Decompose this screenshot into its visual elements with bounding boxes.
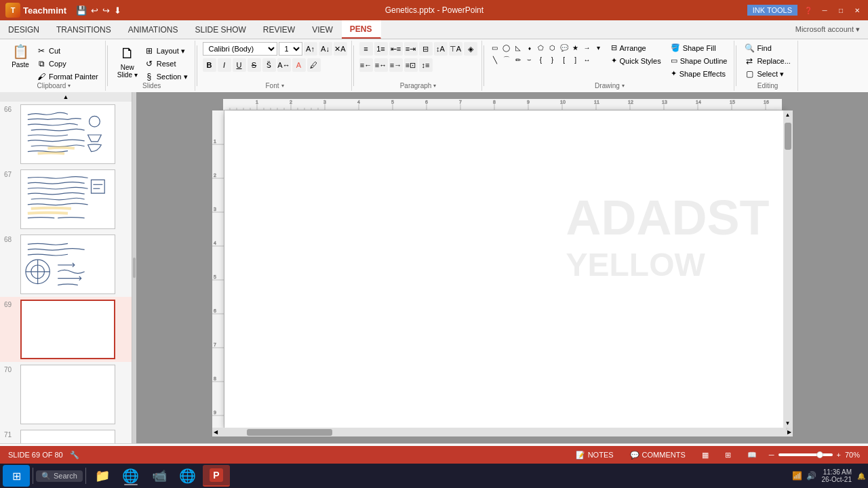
view-normal-btn[interactable]: ▦ [698, 449, 713, 461]
strikethrough-btn[interactable]: S [248, 58, 261, 72]
shape-hexagon-icon[interactable]: ⬡ [547, 42, 558, 53]
highlight-btn[interactable]: 🖊 [307, 58, 321, 72]
drawing-expand[interactable]: ▾ [622, 83, 625, 89]
paste-button[interactable]: 📋 Paste [7, 42, 34, 70]
taskbar-search[interactable]: 🔍 Search [36, 470, 83, 482]
close-btn[interactable]: ✕ [852, 5, 863, 16]
copy-button[interactable]: ⧉ Copy [34, 58, 101, 70]
shape-arrow-icon[interactable]: → [582, 42, 593, 53]
save-icon[interactable]: 💾 [76, 5, 87, 16]
shape-bracketr-icon[interactable]: } [547, 54, 558, 65]
scroll-thumb[interactable] [785, 123, 791, 150]
help-icon[interactable]: ❓ [803, 5, 814, 16]
tab-pens[interactable]: PENS [342, 20, 381, 39]
h-scroll-thumb[interactable] [247, 429, 332, 436]
shape-connector-icon[interactable]: ⌒ [501, 54, 512, 65]
minimize-btn[interactable]: ─ [819, 5, 830, 16]
view-slides-btn[interactable]: ⊞ [721, 449, 735, 461]
tab-transitions[interactable]: TRANSITIONS [48, 20, 120, 39]
right-scrollbar[interactable]: ▲ ▼ [783, 110, 793, 428]
italic-btn[interactable]: I [218, 58, 231, 72]
para-expand[interactable]: ▾ [433, 83, 436, 89]
text-direction-btn[interactable]: ↕A [434, 42, 448, 56]
accessibility-icon[interactable]: 🔧 [70, 451, 79, 460]
h-scroll-left[interactable]: ◀ [212, 428, 219, 436]
panel-scroll-up[interactable]: ▲ [0, 92, 132, 102]
cut-button[interactable]: ✂ Cut [34, 45, 101, 57]
smartart-btn[interactable]: ◈ [464, 42, 477, 56]
shape-freeform-icon[interactable]: ✏ [513, 54, 524, 65]
notes-btn[interactable]: 📝 NOTES [572, 449, 618, 461]
shape-dbl-arrow-icon[interactable]: ↔ [582, 54, 593, 65]
slide-item-70[interactable]: 70 [0, 362, 132, 427]
h-scroll-track[interactable] [219, 428, 786, 436]
numbering-btn[interactable]: 1≡ [374, 42, 388, 56]
undo-icon[interactable]: ↩ [91, 5, 98, 16]
taskbar-chrome[interactable]: 🌐 [117, 465, 144, 487]
align-left-btn[interactable]: ≡← [359, 58, 373, 72]
shape-fill-button[interactable]: 🪣 Shape Fill [668, 42, 730, 54]
quick-styles-button[interactable]: ✦ Quick Styles [608, 55, 664, 66]
zoom-plus-btn[interactable]: + [837, 451, 841, 459]
canvas-area[interactable]: 1 2 3 4 5 6 7 8 9 10 11 12 13 14 [136, 92, 868, 443]
font-color-btn[interactable]: A [292, 58, 306, 72]
zoom-bar[interactable] [778, 453, 833, 456]
arrange-button[interactable]: ⊟ Arrange [608, 42, 664, 54]
align-text-btn[interactable]: ⊤A [449, 42, 462, 56]
expand-icon[interactable]: ⬇ [114, 5, 121, 16]
shape-bracketl-icon[interactable]: { [536, 54, 547, 65]
align-right-btn[interactable]: ≡→ [389, 58, 403, 72]
shadow-btn[interactable]: S̈ [262, 58, 276, 72]
redo-icon[interactable]: ↪ [102, 5, 110, 16]
line-spacing-btn[interactable]: ↕≡ [419, 58, 433, 72]
font-size-select[interactable]: 18 [279, 42, 302, 56]
slide-item-67[interactable]: 67 [0, 167, 132, 232]
shape-oval-icon[interactable]: ◯ [501, 42, 512, 53]
scroll-down-arrow[interactable]: ▼ [784, 419, 792, 428]
network-icon[interactable]: 📶 [792, 471, 802, 481]
tab-animations[interactable]: ANIMATIONS [120, 20, 187, 39]
shape-outline-button[interactable]: ▭ Shape Outline [668, 55, 730, 66]
start-button[interactable]: ⊞ [3, 465, 30, 487]
new-slide-button[interactable]: 🗋 NewSlide ▾ [113, 42, 142, 81]
notification-icon[interactable]: 🔔 [857, 472, 865, 480]
increase-font-btn[interactable]: A↑ [304, 42, 317, 56]
scroll-track[interactable] [783, 119, 793, 419]
comments-btn[interactable]: 💬 COMMENTS [626, 449, 690, 461]
tab-review[interactable]: REVIEW [255, 20, 304, 39]
shape-bracket2-icon[interactable]: [ [559, 54, 570, 65]
slide-canvas[interactable]: ADADST YELLOW [224, 110, 783, 428]
increase-indent-btn[interactable]: ≡⇥ [404, 42, 418, 56]
select-button[interactable]: ▢ Select ▾ [742, 68, 793, 80]
justify-btn[interactable]: ≡⊡ [404, 58, 418, 72]
zoom-minus-btn[interactable]: ─ [769, 451, 774, 459]
taskbar-file-explorer[interactable]: 📁 [89, 465, 116, 487]
shape-star-icon[interactable]: ★ [570, 42, 581, 53]
slide-item-71[interactable]: 71 [0, 427, 132, 443]
shape-effects-button[interactable]: ✦ Shape Effects [668, 68, 730, 79]
tab-design[interactable]: DESIGN [0, 20, 48, 39]
char-spacing-btn[interactable]: A↔ [277, 58, 291, 72]
bold-btn[interactable]: B [203, 58, 216, 72]
shape-rect-icon[interactable]: ▭ [490, 42, 500, 53]
view-reading-btn[interactable]: 📖 [743, 449, 761, 461]
layout-button[interactable]: ⊞ Layout ▾ [142, 45, 191, 57]
zoom-level[interactable]: 70% [845, 451, 860, 459]
tab-view[interactable]: VIEW [304, 20, 342, 39]
decrease-indent-btn[interactable]: ⇤≡ [389, 42, 403, 56]
slide-item-68[interactable]: 68 [0, 232, 132, 297]
shape-more-icon[interactable]: ▾ [593, 42, 604, 53]
slide-item-69[interactable]: 69 [0, 297, 132, 362]
volume-icon[interactable]: 🔊 [806, 471, 816, 481]
tab-slideshow[interactable]: SLIDE SHOW [186, 20, 254, 39]
zoom-handle[interactable] [816, 451, 823, 458]
slide-item-66[interactable]: 66 [0, 102, 132, 167]
replace-button[interactable]: ⇄ Replace... [742, 55, 793, 67]
find-button[interactable]: 🔍 Find [742, 42, 793, 54]
shape-rt-triangle-icon[interactable]: ◺ [513, 42, 524, 53]
shape-pentagon-icon[interactable]: ⬠ [536, 42, 547, 53]
shape-line-icon[interactable]: ╲ [490, 54, 500, 65]
taskbar-powerpoint[interactable]: P [203, 465, 230, 487]
font-expand[interactable]: ▾ [281, 83, 284, 89]
shape-bracket3-icon[interactable]: ] [570, 54, 581, 65]
